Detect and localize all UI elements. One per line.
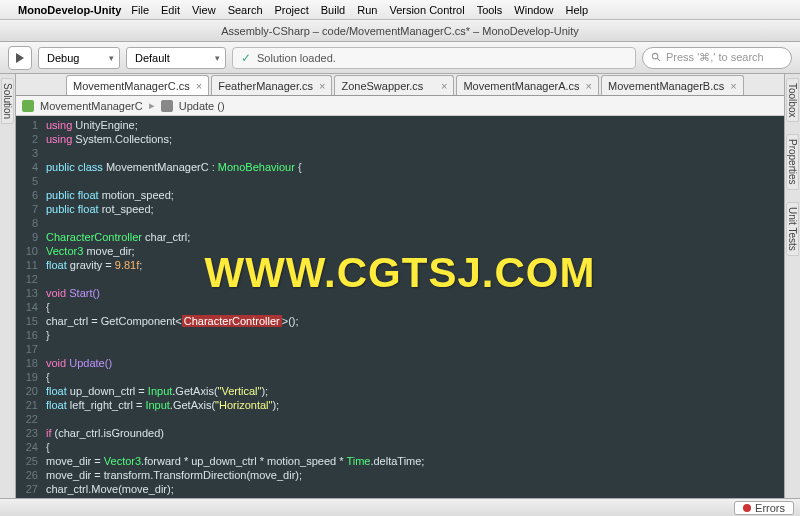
center-area: MovementManagerC.cs× FeatherManager.cs× … (16, 74, 784, 498)
menu-edit[interactable]: Edit (161, 4, 180, 16)
code-content[interactable]: using UnityEngine; using System.Collecti… (42, 116, 784, 498)
app-name[interactable]: MonoDevelop-Unity (18, 4, 121, 16)
close-icon[interactable]: × (730, 80, 736, 92)
window-titlebar: Assembly-CSharp – code/MovementManagerC.… (0, 20, 800, 42)
toolbox-tab[interactable]: Toolbox (786, 78, 799, 122)
tab-movementmanagerb[interactable]: MovementManagerB.cs× (601, 75, 744, 95)
check-icon: ✓ (241, 51, 251, 65)
window-title: Assembly-CSharp – code/MovementManagerC.… (221, 25, 579, 37)
crumb-method[interactable]: Update () (179, 100, 225, 112)
svg-marker-0 (16, 53, 24, 63)
status-display: ✓ Solution loaded. (232, 47, 636, 69)
tab-feathermanager[interactable]: FeatherManager.cs× (211, 75, 332, 95)
svg-line-2 (657, 58, 660, 61)
menu-version-control[interactable]: Version Control (389, 4, 464, 16)
line-gutter: 1234567891011121314151617181920212223242… (16, 116, 42, 498)
menu-project[interactable]: Project (275, 4, 309, 16)
close-icon[interactable]: × (441, 80, 447, 92)
menu-window[interactable]: Window (514, 4, 553, 16)
search-icon (651, 52, 662, 63)
close-icon[interactable]: × (586, 80, 592, 92)
tab-movementmanagerc[interactable]: MovementManagerC.cs× (66, 75, 209, 95)
method-icon (161, 100, 173, 112)
menu-help[interactable]: Help (565, 4, 588, 16)
mac-menubar: MonoDevelop-Unity File Edit View Search … (0, 0, 800, 20)
right-panel: Toolbox Properties Unit Tests (784, 74, 800, 498)
properties-tab[interactable]: Properties (786, 134, 799, 190)
code-editor[interactable]: 1234567891011121314151617181920212223242… (16, 116, 784, 498)
tab-zoneswapper[interactable]: ZoneSwapper.cs× (334, 75, 454, 95)
statusbar: Errors (0, 498, 800, 516)
menu-run[interactable]: Run (357, 4, 377, 16)
file-tabs: MovementManagerC.cs× FeatherManager.cs× … (16, 74, 784, 96)
close-icon[interactable]: × (319, 80, 325, 92)
target-dropdown[interactable]: Default (126, 47, 226, 69)
search-placeholder: Press '⌘,' to search (666, 51, 764, 64)
close-icon[interactable]: × (196, 80, 202, 92)
breadcrumb: MovementManagerC ▸ Update () (16, 96, 784, 116)
unit-tests-tab[interactable]: Unit Tests (786, 202, 799, 256)
chevron-right-icon: ▸ (149, 99, 155, 112)
left-panel: Solution (0, 74, 16, 498)
errors-button[interactable]: Errors (734, 501, 794, 515)
config-dropdown[interactable]: Debug (38, 47, 120, 69)
main-area: Solution MovementManagerC.cs× FeatherMan… (0, 74, 800, 498)
solution-tab[interactable]: Solution (1, 78, 14, 124)
play-icon (15, 53, 25, 63)
crumb-file[interactable]: MovementManagerC (40, 100, 143, 112)
toolbar: Debug Default ✓ Solution loaded. Press '… (0, 42, 800, 74)
class-icon (22, 100, 34, 112)
menu-file[interactable]: File (131, 4, 149, 16)
menu-search[interactable]: Search (228, 4, 263, 16)
error-dot-icon (743, 504, 751, 512)
tab-movementmanagera[interactable]: MovementManagerA.cs× (456, 75, 599, 95)
menu-view[interactable]: View (192, 4, 216, 16)
menu-build[interactable]: Build (321, 4, 345, 16)
svg-point-1 (652, 53, 658, 59)
status-text: Solution loaded. (257, 52, 336, 64)
run-button[interactable] (8, 46, 32, 70)
menu-tools[interactable]: Tools (477, 4, 503, 16)
search-input[interactable]: Press '⌘,' to search (642, 47, 792, 69)
